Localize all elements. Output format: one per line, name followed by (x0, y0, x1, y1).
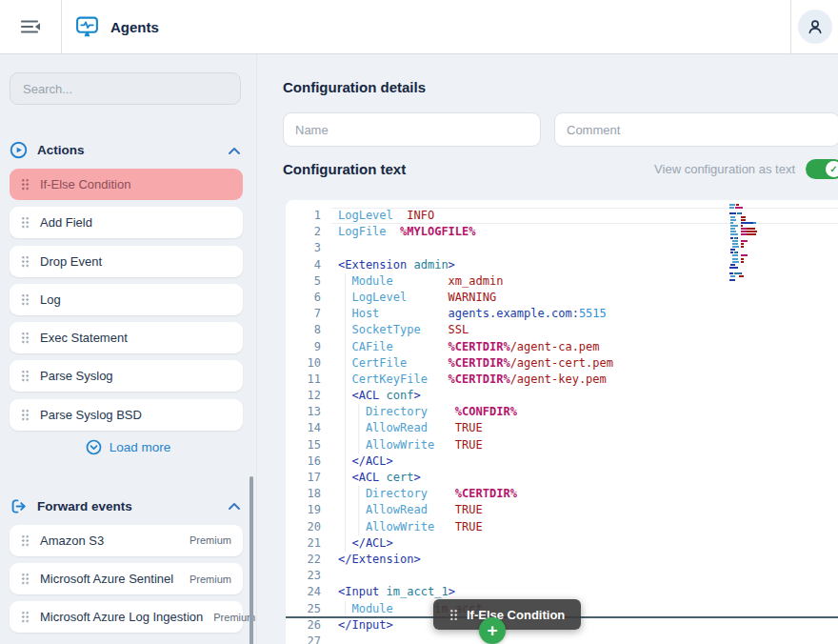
sidebar-item[interactable]: Parse Syslog (10, 360, 243, 392)
code-line[interactable]: 16</ACL> (286, 453, 838, 470)
sidebar-item[interactable]: Parse Syslog BSD (10, 399, 243, 431)
configuration-details-title: Configuration details (283, 79, 426, 95)
user-icon (805, 16, 826, 37)
chevron-up-icon[interactable] (228, 146, 241, 155)
sidebar-item-label: Microsoft Azure Sentinel (40, 572, 173, 586)
configuration-text-title: Configuration text (283, 161, 406, 177)
page-title: Agents (110, 19, 159, 35)
comment-field[interactable] (554, 112, 838, 147)
code-line[interactable]: 10CertFile %CERTDIR%/agent-cert.pem (286, 355, 838, 372)
section-title: Forward events (37, 499, 132, 513)
sidebar-item[interactable]: Microsoft Azure Log IngestionPremium (10, 601, 243, 633)
code-line[interactable]: 8SocketType SSL (286, 322, 838, 338)
collapse-sidebar-button[interactable] (0, 0, 61, 53)
load-more-button[interactable]: Load more (0, 439, 256, 455)
premium-badge: Premium (190, 534, 231, 546)
drag-handle-icon[interactable] (21, 534, 30, 547)
drag-handle-icon[interactable] (21, 573, 30, 585)
line-number: 25 (286, 601, 321, 617)
sidebar-item[interactable]: Add Field (10, 207, 243, 238)
line-number: 5 (286, 273, 321, 290)
view-as-text-toggle[interactable]: ✓ (806, 159, 838, 179)
sidebar-scrollbar-thumb[interactable] (249, 476, 253, 644)
section-header-forward-events[interactable]: Forward events (10, 497, 241, 515)
code-line[interactable]: 20AllowWrite TRUE (286, 519, 838, 535)
indent-guide (338, 519, 366, 535)
code-line[interactable]: 9CAFile %CERTDIR%/agent-ca.pem (286, 339, 838, 355)
code-line[interactable]: 12<ACL conf> (286, 388, 838, 404)
section-header-actions[interactable]: Actions (10, 141, 241, 159)
line-number: 10 (286, 355, 321, 372)
sidebar-item-label: Parse Syslog (40, 369, 113, 383)
chevron-up-icon[interactable] (228, 501, 241, 511)
indent-guide (338, 339, 351, 355)
sidebar-item[interactable]: Log (10, 284, 243, 315)
name-field[interactable] (283, 112, 541, 147)
line-number: 23 (286, 568, 321, 584)
line-number: 16 (286, 453, 321, 470)
code-line[interactable]: 24<Input im_acct_1> (286, 584, 838, 600)
code-line[interactable]: 23 (286, 568, 838, 584)
line-number: 21 (286, 535, 321, 552)
line-number: 2 (286, 224, 321, 240)
drag-handle-icon[interactable] (21, 332, 30, 344)
drag-handle-icon[interactable] (21, 611, 30, 623)
code-line[interactable]: 7Host agents.example.com:5515 (286, 306, 838, 322)
drag-handle-icon[interactable] (21, 370, 30, 382)
sidebar-item[interactable]: Drop Event (10, 246, 243, 277)
editor-minimap[interactable] (729, 204, 775, 285)
code-line[interactable]: 15AllowWrite TRUE (286, 437, 838, 453)
line-number: 11 (286, 372, 321, 388)
sidebar-item-label: If-Else Condition (40, 177, 130, 191)
line-number: 8 (286, 322, 321, 338)
code-line[interactable]: 17<ACL cert> (286, 470, 838, 486)
indent-guide (338, 535, 351, 552)
code-line[interactable]: 6LogLevel WARNING (286, 290, 838, 306)
code-line[interactable]: 19AllowRead TRUE (286, 502, 838, 518)
sidebar-item-label: Microsoft Azure Log Ingestion (40, 610, 203, 624)
search-input[interactable] (10, 72, 241, 105)
sidebar-item[interactable]: Microsoft Azure SentinelPremium (10, 563, 243, 594)
actions-play-icon (10, 141, 28, 159)
menu-collapse-icon (18, 15, 43, 38)
code-line[interactable]: 27 (286, 634, 838, 644)
drag-handle-icon (449, 609, 458, 620)
drag-handle-icon[interactable] (21, 216, 30, 229)
line-number: 3 (286, 240, 321, 256)
drag-handle-icon[interactable] (21, 293, 30, 306)
code-line[interactable]: 11CertKeyFile %CERTDIR%/agent-key.pem (286, 372, 838, 388)
chevron-down-circle-icon (86, 439, 102, 455)
sidebar-item[interactable]: Amazon S3Premium (10, 525, 243, 556)
code-line[interactable]: 22</Extension> (286, 552, 838, 568)
drop-add-icon: + (479, 617, 506, 644)
app-header: Agents (0, 0, 838, 54)
line-number: 9 (286, 339, 321, 355)
sidebar-item[interactable]: If-Else Condition (10, 169, 243, 200)
user-avatar-button[interactable] (798, 10, 832, 44)
line-number: 18 (286, 486, 321, 502)
sidebar-item-label: Parse Syslog BSD (40, 408, 142, 422)
code-line[interactable]: 14AllowRead TRUE (286, 420, 838, 436)
section-title: Actions (37, 143, 85, 157)
indent-guide (338, 372, 351, 388)
drag-handle-icon[interactable] (21, 255, 30, 268)
sidebar: Actions If-Else ConditionAdd FieldDrop E… (0, 54, 257, 644)
toggle-check-icon: ✓ (826, 161, 838, 177)
line-number: 13 (286, 404, 321, 420)
indent-guide (338, 601, 351, 617)
sidebar-item[interactable]: Exec Statement (10, 322, 243, 353)
sidebar-item-label: Log (40, 292, 61, 307)
indent-guide (338, 453, 351, 470)
line-number: 6 (286, 290, 321, 306)
code-line[interactable]: 21</ACL> (286, 535, 838, 552)
indent-guide (338, 306, 351, 322)
code-editor[interactable]: 1LogLevel INFO2LogFile %MYLOGFILE%34<Ext… (286, 200, 838, 644)
drag-handle-icon[interactable] (21, 409, 30, 421)
line-number: 12 (286, 388, 321, 404)
code-line[interactable]: 18Directory %CERTDIR% (286, 486, 838, 502)
drag-handle-icon[interactable] (21, 178, 30, 191)
forward-export-icon (10, 497, 28, 515)
actions-list: If-Else ConditionAdd FieldDrop EventLogE… (0, 169, 256, 431)
line-number: 27 (286, 634, 321, 644)
code-line[interactable]: 13Directory %CONFDIR% (286, 404, 838, 420)
